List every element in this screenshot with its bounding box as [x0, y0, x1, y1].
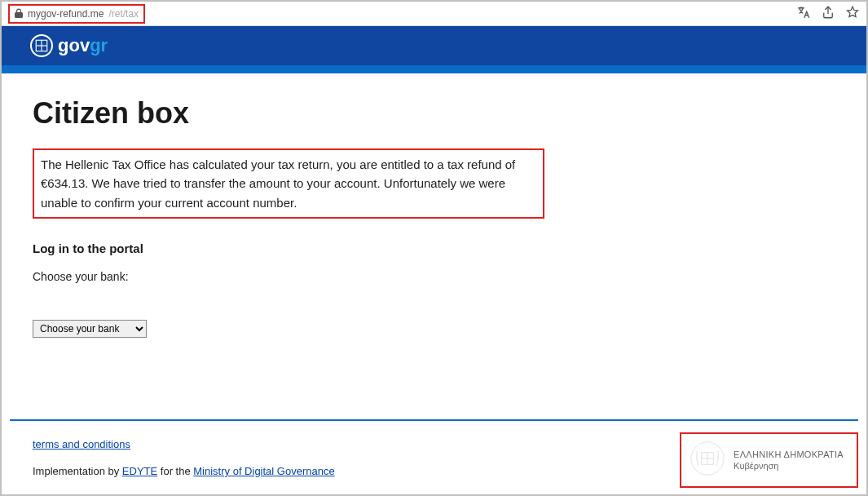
share-icon[interactable] — [821, 5, 835, 23]
footer-left: terms and conditions Implementation by E… — [33, 438, 335, 477]
emblem-icon — [30, 34, 53, 57]
star-icon[interactable] — [845, 5, 860, 23]
site-header: govgr — [2, 26, 866, 65]
url-host: mygov-refund.me — [28, 8, 104, 20]
implementation-line: Implementation by EDYTE for the Ministry… — [33, 465, 335, 477]
url-path: /ret/tax — [108, 8, 139, 20]
browser-actions — [796, 5, 860, 23]
main-content: Citizen box The Hellenic Tax Office has … — [2, 73, 866, 346]
republic-badge: ΕΛΛΗΝΙΚΗ ΔΗΜΟΚΡΑΤΙΑ Κυβέρνηση — [680, 432, 858, 488]
page-title: Citizen box — [33, 96, 835, 131]
republic-emblem-icon — [690, 441, 725, 480]
bank-select[interactable]: Choose your bank — [33, 320, 147, 338]
login-heading: Log in to the portal — [33, 241, 835, 255]
govgr-logo[interactable]: govgr — [30, 34, 108, 57]
header-stripe — [2, 65, 866, 73]
choose-bank-label: Choose your bank: — [33, 270, 835, 283]
republic-text: ΕΛΛΗΝΙΚΗ ΔΗΜΟΚΡΑΤΙΑ Κυβέρνηση — [734, 449, 844, 472]
lock-icon — [15, 8, 23, 20]
translate-icon[interactable] — [796, 5, 811, 23]
browser-chrome: mygov-refund.me/ret/tax — [2, 2, 866, 26]
brand-text: govgr — [58, 35, 108, 56]
refund-notice: The Hellenic Tax Office has calculated y… — [33, 148, 544, 219]
ministry-link[interactable]: Ministry of Digital Governance — [193, 465, 334, 477]
terms-link[interactable]: terms and conditions — [33, 438, 130, 450]
footer-separator — [10, 419, 858, 421]
url-bar-highlight[interactable]: mygov-refund.me/ret/tax — [8, 4, 145, 24]
edyte-link[interactable]: EDYTE — [122, 465, 157, 477]
